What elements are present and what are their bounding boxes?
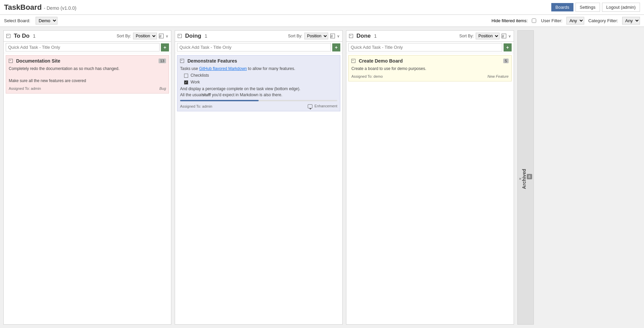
chevron-icon-todo[interactable]: ∨ (166, 34, 168, 38)
checklist-item-checklists: Checklists (184, 72, 337, 78)
card-collapse-icon[interactable] (9, 59, 13, 63)
app-header: TaskBoard - Demo (v1.0.0) Boards Setting… (0, 0, 644, 15)
quick-add-doing-row: + (175, 42, 342, 53)
card-body-line1: Completely redo the documentation as so … (9, 66, 166, 72)
doing-cards: Demonstrate Features Tasks use GitHub fl… (175, 53, 342, 324)
sort-select-done[interactable]: Position (476, 33, 500, 39)
archived-arrow-icon: » (519, 176, 521, 181)
column-done-controls: Sort By: Position # ∨ (459, 33, 511, 39)
checklist-work-label: Work (190, 80, 200, 84)
logout-button[interactable]: Logout (admin) (602, 3, 640, 12)
card-demonstrate-assigned: Assigned To: admin (180, 104, 212, 108)
card-progress-bar (180, 100, 259, 101)
card-documentation-site: Documentation Site 13 Completely redo th… (6, 55, 169, 94)
toolbar-right: Hide filtered items: User Filter: Any Ca… (491, 17, 640, 25)
settings-button[interactable]: Settings (575, 3, 600, 12)
column-doing-count: 1 (205, 33, 207, 39)
card-documentation-title[interactable]: Documentation Site (16, 58, 60, 64)
category-filter-label: Category Filter: (588, 18, 618, 23)
quick-add-todo-button[interactable]: + (161, 43, 169, 51)
hash-icon-todo[interactable]: # (159, 34, 164, 38)
quick-add-done-input[interactable] (348, 43, 502, 51)
column-todo-header: To Do 1 Sort By: Position # ∨ (4, 31, 171, 42)
hash-icon-doing[interactable]: # (330, 34, 335, 38)
comment-icon (308, 104, 312, 108)
user-filter-select[interactable]: Any (566, 17, 584, 25)
checklist-item-work: Work (184, 79, 337, 85)
collapse-todo-icon[interactable] (6, 34, 10, 38)
collapse-done-icon[interactable] (349, 34, 353, 38)
card-demonstrate-body: Tasks use GitHub flavored Markdown to al… (180, 66, 337, 98)
quick-add-doing-input[interactable] (177, 43, 331, 51)
card-demo-tag: New Feature (487, 74, 509, 78)
card-demo-desc: Create a board to use for demo purposes. (351, 66, 509, 72)
card-body-markdown-desc: All the usualstuff you'd expect in Markd… (180, 92, 337, 98)
sort-label-todo: Sort By: (117, 34, 131, 38)
board-select[interactable]: Demo (36, 17, 57, 25)
card-demo-title[interactable]: Create Demo Board (359, 58, 403, 64)
chevron-icon-done[interactable]: ∨ (508, 34, 511, 38)
user-filter-label: User Filter: (541, 18, 563, 23)
column-doing-title: Doing (185, 33, 201, 39)
sort-select-doing[interactable]: Position (304, 33, 328, 39)
chevron-icon-doing[interactable]: ∨ (337, 34, 340, 38)
column-todo: To Do 1 Sort By: Position # ∨ + Document… (3, 30, 171, 325)
column-todo-controls: Sort By: Position # ∨ (117, 33, 168, 39)
card-documentation-footer: Assigned To: admin Bug (9, 86, 166, 90)
card-demo-collapse-icon[interactable] (351, 59, 355, 63)
board-area: To Do 1 Sort By: Position # ∨ + Document… (0, 27, 644, 328)
card-demo-number: 5 (503, 59, 509, 63)
done-cards: Create Demo Board 5 Create a board to us… (346, 53, 514, 324)
quick-add-todo-input[interactable] (6, 43, 160, 51)
select-board-label: Select Board: (4, 18, 30, 23)
card-demo-footer: Assigned To: demo New Feature (351, 74, 509, 78)
card-demo-assigned: Assigned To: demo (351, 74, 383, 78)
app-name: TaskBoard (4, 3, 42, 11)
quick-add-todo-row: + (4, 42, 171, 53)
collapse-doing-icon[interactable] (178, 34, 182, 38)
card-demonstrate-features: Demonstrate Features Tasks use GitHub fl… (177, 55, 340, 111)
card-demonstrate-tag-label: Enhancement (314, 104, 337, 108)
card-documentation-tag: Bug (159, 86, 166, 90)
card-demonstrate-title[interactable]: Demonstrate Features (187, 58, 237, 64)
card-create-demo-board: Create Demo Board 5 Create a board to us… (348, 55, 512, 81)
hide-filtered-label: Hide filtered items: (491, 18, 528, 23)
card-body-line2: Make sure all the new features are cover… (9, 78, 166, 84)
checked-icon (184, 80, 188, 84)
sort-select-todo[interactable]: Position (133, 33, 157, 39)
card-demonstrate-tag: Enhancement (308, 104, 337, 108)
quick-add-doing-button[interactable]: + (332, 43, 340, 51)
card-documentation-number: 13 (159, 59, 166, 63)
card-demonstrate-header: Demonstrate Features (180, 58, 337, 64)
card-demo-header: Create Demo Board 5 (351, 58, 509, 64)
hide-filtered-checkbox[interactable] (532, 19, 536, 23)
sort-label-doing: Sort By: (288, 34, 302, 38)
card-markdown-intro: Tasks use GitHub flavored Markdown to al… (180, 66, 337, 72)
category-filter-select[interactable]: Any (622, 17, 640, 25)
card-documentation-body: Completely redo the documentation as so … (9, 66, 166, 84)
sort-label-done: Sort By: (459, 34, 474, 38)
card-demonstrate-footer: Assigned To: admin Enhancement (180, 104, 337, 108)
github-markdown-link[interactable]: GitHub flavored Markdown (199, 66, 247, 71)
app-title: TaskBoard - Demo (v1.0.0) (4, 3, 76, 12)
toolbar: Select Board: Demo Hide filtered items: … (0, 15, 644, 27)
column-done-count: 1 (374, 33, 377, 39)
card-documentation-header: Documentation Site 13 (9, 58, 166, 64)
card-checklist: Checklists Work (180, 72, 337, 85)
archived-sidebar[interactable]: 8 Archived » (517, 30, 534, 325)
archived-badge: 8 (527, 174, 532, 179)
card-demonstrate-collapse-icon[interactable] (180, 59, 184, 63)
card-progress-bar-container (180, 100, 337, 101)
card-documentation-assigned: Assigned To: admin (9, 86, 41, 90)
hash-icon-done[interactable]: # (502, 34, 506, 38)
quick-add-done-button[interactable]: + (504, 43, 512, 51)
column-doing: Doing 1 Sort By: Position # ∨ + Demonstr… (175, 30, 343, 325)
boards-button[interactable]: Boards (551, 3, 573, 11)
column-done-header: Done 1 Sort By: Position # ∨ (346, 31, 514, 42)
archived-label: Archived (521, 169, 527, 189)
column-done: Done 1 Sort By: Position # ∨ + Create De… (346, 30, 514, 325)
header-buttons: Boards Settings Logout (admin) (551, 3, 640, 12)
quick-add-done-row: + (346, 42, 514, 53)
todo-cards: Documentation Site 13 Completely redo th… (4, 53, 171, 324)
column-doing-controls: Sort By: Position # ∨ (288, 33, 340, 39)
